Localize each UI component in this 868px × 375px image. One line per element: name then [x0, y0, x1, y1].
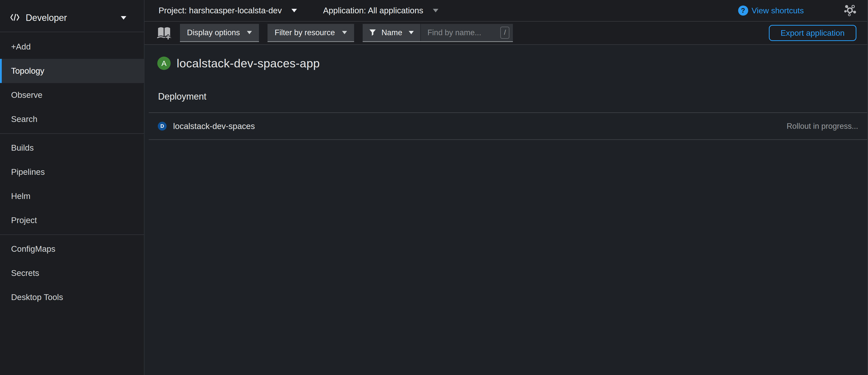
chevron-down-icon — [247, 31, 252, 34]
sidebar-item-add[interactable]: +Add — [0, 35, 144, 59]
name-filter-label: Name — [381, 28, 402, 37]
chevron-down-icon — [409, 31, 414, 34]
application-selector[interactable]: Application: All applications — [323, 6, 438, 15]
sidebar-item-search[interactable]: Search — [0, 107, 144, 131]
application-selector-label: Application: All applications — [323, 6, 423, 15]
chevron-down-icon — [291, 9, 297, 12]
topology-view-icon[interactable] — [844, 5, 856, 16]
sidebar-item-secrets[interactable]: Secrets — [0, 261, 144, 285]
deployment-badge: D — [158, 122, 166, 131]
application-group-header: A localstack-dev-spaces-app — [157, 56, 868, 70]
filter-by-resource-dropdown[interactable]: Filter by resource — [268, 24, 354, 42]
sidebar-item-topology[interactable]: Topology — [0, 59, 144, 83]
quick-search-icon[interactable] — [157, 26, 172, 40]
sidebar-nav: +Add Topology Observe Search Builds Pipe… — [0, 32, 144, 309]
sidebar: Developer +Add Topology Observe Search B… — [0, 0, 145, 375]
sidebar-divider — [0, 133, 144, 134]
view-shortcuts-label: View shortcuts — [752, 6, 804, 15]
name-filter-dropdown[interactable]: Name — [363, 24, 421, 41]
chevron-down-icon — [342, 31, 347, 34]
resource-row-deployment[interactable]: D localstack-dev-spaces Rollout in progr… — [149, 112, 868, 140]
chevron-down-icon — [121, 16, 126, 20]
topology-toolbar: Display options Filter by resource Name … — [145, 22, 868, 45]
perspective-label: Developer — [26, 12, 67, 23]
application-badge: A — [157, 57, 170, 70]
resource-section-heading: Deployment — [158, 91, 868, 102]
project-selector[interactable]: Project: harshcasper-localsta-dev — [159, 6, 297, 15]
find-by-name-input[interactable] — [421, 24, 513, 41]
sidebar-item-desktop-tools[interactable]: Desktop Tools — [0, 285, 144, 309]
find-by-name-wrapper: / — [421, 24, 513, 41]
resource-status: Rollout in progress... — [787, 122, 858, 131]
resource-name: localstack-dev-spaces — [173, 122, 255, 131]
export-application-button[interactable]: Export application — [769, 25, 857, 41]
perspective-switcher[interactable]: Developer — [0, 0, 144, 32]
sidebar-item-builds[interactable]: Builds — [0, 136, 144, 160]
code-icon — [10, 13, 20, 22]
application-name: localstack-dev-spaces-app — [177, 56, 320, 70]
view-shortcuts-link[interactable]: ? View shortcuts — [738, 5, 804, 15]
masthead: Project: harshcasper-localsta-dev Applic… — [145, 0, 868, 22]
resource-list: D localstack-dev-spaces Rollout in progr… — [149, 112, 868, 140]
filter-by-resource-label: Filter by resource — [275, 28, 335, 37]
project-selector-label: Project: harshcasper-localsta-dev — [159, 6, 282, 15]
sidebar-item-observe[interactable]: Observe — [0, 83, 144, 107]
topology-list-view: A localstack-dev-spaces-app Deployment D… — [145, 45, 868, 375]
display-options-label: Display options — [187, 28, 240, 37]
sidebar-item-project[interactable]: Project — [0, 208, 144, 232]
chevron-down-icon — [433, 9, 438, 12]
sidebar-divider — [0, 234, 144, 235]
name-filter-group: Name / — [363, 24, 513, 42]
sidebar-item-helm[interactable]: Helm — [0, 184, 144, 208]
keyboard-shortcut-hint: / — [500, 27, 509, 39]
sidebar-item-configmaps[interactable]: ConfigMaps — [0, 237, 144, 261]
display-options-dropdown[interactable]: Display options — [180, 24, 259, 42]
sidebar-item-pipelines[interactable]: Pipelines — [0, 160, 144, 184]
filter-icon — [369, 29, 376, 36]
question-circle-icon: ? — [738, 5, 748, 15]
